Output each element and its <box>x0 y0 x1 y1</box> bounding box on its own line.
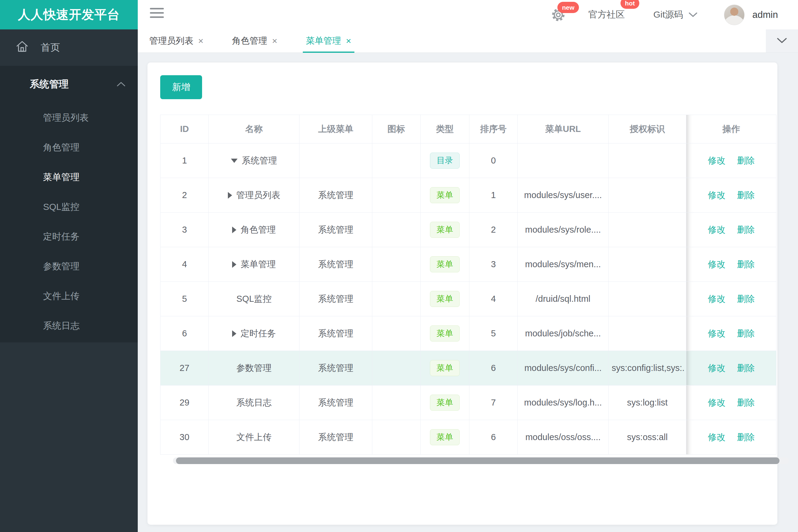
col-name: 名称 <box>209 115 299 144</box>
main-content: 新增 ID 名称 上级菜单 图标 类型 <box>138 53 798 532</box>
edit-link[interactable]: 修改 <box>708 328 725 338</box>
horizontal-scrollbar-track[interactable] <box>173 457 789 464</box>
edit-link[interactable]: 修改 <box>708 259 725 269</box>
table-row[interactable]: 30 文件上传 系统管理 菜单 6 modules/oss/oss.... sy… <box>161 420 777 455</box>
git-source-dropdown[interactable]: Git源码 <box>653 8 698 21</box>
delete-link[interactable]: 删除 <box>737 294 755 304</box>
col-url: 菜单URL <box>518 115 609 144</box>
menu-table-wrap: ID 名称 上级菜单 图标 类型 排序号 菜单URL 授权标识 操作 <box>160 115 776 464</box>
col-type: 类型 <box>421 115 469 144</box>
gear-icon <box>551 18 566 23</box>
brand-logo: 人人快速开发平台 <box>0 0 138 30</box>
tab-role[interactable]: 角色管理 <box>229 30 281 53</box>
top-header: new 官方社区 hot Git源码 admin <box>138 0 798 30</box>
sidebar-item-menu[interactable]: 菜单管理 <box>0 162 138 192</box>
expand-icon[interactable] <box>232 330 236 337</box>
table-header-row: ID 名称 上级菜单 图标 类型 排序号 菜单URL 授权标识 操作 <box>161 115 777 144</box>
add-button[interactable]: 新增 <box>160 75 202 99</box>
sidebar: 首页 系统管理 管理员列表 角色管理 菜单管理 SQL监控 定时任务 参数管理 … <box>0 30 138 532</box>
type-badge: 菜单 <box>430 256 460 272</box>
table-row[interactable]: 2 管理员列表 系统管理 菜单 1 modules/sys/user.... 修… <box>161 178 777 213</box>
sidebar-item-config[interactable]: 参数管理 <box>0 251 138 281</box>
avatar[interactable] <box>724 4 745 25</box>
horizontal-scrollbar-thumb[interactable] <box>176 457 779 464</box>
table-row[interactable]: 29 系统日志 系统管理 菜单 7 modules/sys/log.h... s… <box>161 385 777 420</box>
expand-icon[interactable] <box>228 192 232 199</box>
sidebar-item-log[interactable]: 系统日志 <box>0 311 138 341</box>
delete-link[interactable]: 删除 <box>737 190 755 200</box>
collapse-icon[interactable] <box>231 159 238 163</box>
edit-link[interactable]: 修改 <box>708 363 725 373</box>
delete-link[interactable]: 删除 <box>737 156 755 165</box>
edit-link[interactable]: 修改 <box>708 156 725 165</box>
table-row[interactable]: 4 菜单管理 系统管理 菜单 3 modules/sys/men... 修改删除 <box>161 247 777 282</box>
col-id: ID <box>161 115 209 144</box>
type-badge: 菜单 <box>430 222 460 238</box>
table-row[interactable]: 1 系统管理 目录 0 修改删除 <box>161 144 777 178</box>
delete-link[interactable]: 删除 <box>737 398 755 407</box>
menu-toggle-icon[interactable] <box>150 8 164 21</box>
hot-badge: hot <box>620 0 639 9</box>
type-badge: 菜单 <box>430 395 460 411</box>
type-badge: 菜单 <box>430 429 460 445</box>
delete-link[interactable]: 删除 <box>737 363 755 373</box>
sidebar-item-oss[interactable]: 文件上传 <box>0 281 138 311</box>
community-label: 官方社区 <box>588 10 625 19</box>
expand-icon[interactable] <box>232 261 236 268</box>
delete-link[interactable]: 删除 <box>737 432 755 442</box>
close-icon[interactable] <box>198 36 204 46</box>
chevron-down-icon <box>683 10 698 20</box>
close-icon[interactable] <box>272 36 278 46</box>
chevron-down-icon <box>776 36 788 45</box>
type-badge: 菜单 <box>430 360 460 376</box>
table-row-highlighted[interactable]: 27 参数管理 系统管理 菜单 6 modules/sys/confi... s… <box>161 351 777 385</box>
sidebar-item-sql[interactable]: SQL监控 <box>0 192 138 222</box>
community-link[interactable]: 官方社区 hot <box>588 8 625 21</box>
type-badge: 菜单 <box>430 187 460 203</box>
sidebar-item-role[interactable]: 角色管理 <box>0 133 138 162</box>
sidebar-group-system: 系统管理 管理员列表 角色管理 菜单管理 SQL监控 定时任务 参数管理 文件上… <box>0 66 138 342</box>
sidebar-item-home[interactable]: 首页 <box>0 30 138 66</box>
username[interactable]: admin <box>753 10 778 20</box>
expand-icon[interactable] <box>232 227 236 233</box>
edit-link[interactable]: 修改 <box>708 190 725 200</box>
content-card: 新增 ID 名称 上级菜单 图标 类型 <box>147 62 777 525</box>
settings-button[interactable]: new <box>551 7 566 22</box>
tabs-dropdown-button[interactable] <box>766 30 798 53</box>
brand-title: 人人快速开发平台 <box>18 6 120 23</box>
delete-link[interactable]: 删除 <box>737 328 755 338</box>
edit-link[interactable]: 修改 <box>708 225 725 234</box>
icon-cell <box>372 420 421 455</box>
sidebar-item-admin-list[interactable]: 管理员列表 <box>0 103 138 133</box>
sidebar-group-toggle[interactable]: 系统管理 <box>0 66 138 103</box>
col-perms: 授权标识 <box>609 115 686 144</box>
sidebar-item-job[interactable]: 定时任务 <box>0 222 138 251</box>
icon-cell <box>372 247 421 282</box>
type-badge: 目录 <box>430 153 460 169</box>
table-row[interactable]: 6 定时任务 系统管理 菜单 5 modules/job/sche... 修改删… <box>161 316 777 351</box>
col-icon: 图标 <box>372 115 421 144</box>
close-icon[interactable] <box>346 36 351 46</box>
new-badge: new <box>557 2 579 13</box>
icon-cell <box>372 144 421 178</box>
type-badge: 菜单 <box>430 325 460 342</box>
menu-table: ID 名称 上级菜单 图标 类型 排序号 菜单URL 授权标识 操作 <box>160 115 777 455</box>
icon-cell <box>372 213 421 247</box>
tab-admin-list[interactable]: 管理员列表 <box>146 30 207 53</box>
table-row[interactable]: 5 SQL监控 系统管理 菜单 4 /druid/sql.html 修改删除 <box>161 282 777 316</box>
col-parent: 上级菜单 <box>299 115 372 144</box>
icon-cell <box>372 178 421 213</box>
edit-link[interactable]: 修改 <box>708 294 725 304</box>
app: 人人快速开发平台 new 官方社区 hot Git源码 <box>0 0 798 532</box>
icon-cell <box>372 351 421 385</box>
sidebar-group-label: 系统管理 <box>30 78 69 91</box>
tab-bar: 管理员列表 角色管理 菜单管理 <box>138 30 798 53</box>
delete-link[interactable]: 删除 <box>737 225 755 234</box>
table-row[interactable]: 3 角色管理 系统管理 菜单 2 modules/sys/role.... 修改… <box>161 213 777 247</box>
delete-link[interactable]: 删除 <box>737 259 755 269</box>
tab-menu[interactable]: 菜单管理 <box>303 30 354 53</box>
edit-link[interactable]: 修改 <box>708 432 725 442</box>
sidebar-home-label: 首页 <box>41 41 60 54</box>
edit-link[interactable]: 修改 <box>708 398 725 407</box>
icon-cell <box>372 282 421 316</box>
